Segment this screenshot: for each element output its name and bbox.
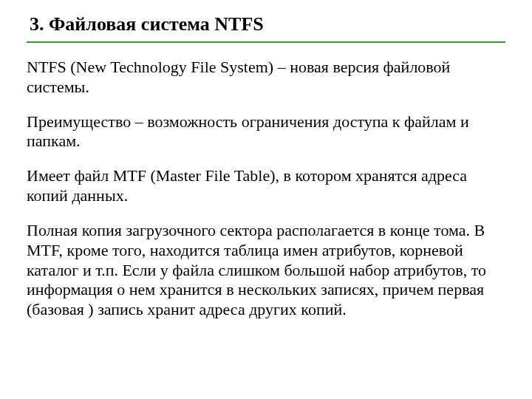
paragraph-4: Полная копия загрузочного сектора распол… <box>27 221 505 320</box>
slide-title: 3. Файловая система NTFS <box>30 13 505 35</box>
paragraph-3: Имеет файл MTF (Master File Table), в ко… <box>27 166 505 206</box>
title-divider <box>27 41 505 43</box>
paragraph-2: Преимущество – возможность ограничения д… <box>27 112 505 152</box>
paragraph-1: NTFS (New Technology File System) – нова… <box>27 58 505 98</box>
slide: 3. Файловая система NTFS NTFS (New Techn… <box>0 0 532 399</box>
